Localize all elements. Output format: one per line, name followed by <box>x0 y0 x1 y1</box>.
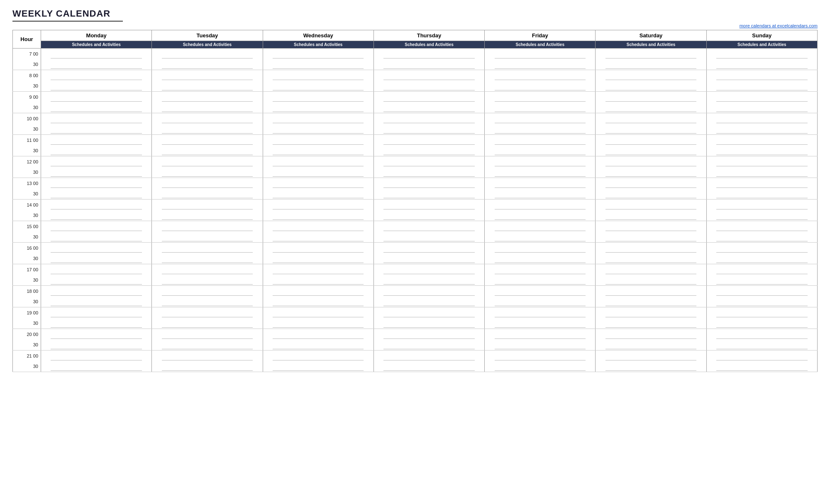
schedule-cell[interactable] <box>485 156 596 167</box>
schedule-cell[interactable] <box>706 210 817 221</box>
schedule-cell[interactable] <box>263 92 374 102</box>
schedule-cell[interactable] <box>706 135 817 146</box>
schedule-cell[interactable] <box>374 318 484 329</box>
schedule-cell[interactable] <box>596 275 706 286</box>
schedule-cell[interactable] <box>41 253 152 264</box>
schedule-cell[interactable] <box>374 135 484 146</box>
schedule-cell[interactable] <box>374 178 484 189</box>
schedule-cell[interactable] <box>485 49 596 59</box>
schedule-cell[interactable] <box>263 113 374 124</box>
schedule-cell[interactable] <box>152 275 263 286</box>
schedule-cell[interactable] <box>41 340 152 351</box>
schedule-cell[interactable] <box>596 81 706 92</box>
schedule-cell[interactable] <box>374 102 484 113</box>
schedule-cell[interactable] <box>152 189 263 200</box>
schedule-cell[interactable] <box>152 329 263 340</box>
schedule-cell[interactable] <box>152 210 263 221</box>
schedule-cell[interactable] <box>263 210 374 221</box>
schedule-cell[interactable] <box>485 113 596 124</box>
schedule-cell[interactable] <box>485 286 596 297</box>
schedule-cell[interactable] <box>596 351 706 361</box>
schedule-cell[interactable] <box>152 167 263 178</box>
schedule-cell[interactable] <box>152 286 263 297</box>
schedule-cell[interactable] <box>706 81 817 92</box>
schedule-cell[interactable] <box>152 297 263 307</box>
schedule-cell[interactable] <box>596 178 706 189</box>
schedule-cell[interactable] <box>152 135 263 146</box>
schedule-cell[interactable] <box>485 135 596 146</box>
schedule-cell[interactable] <box>596 253 706 264</box>
schedule-cell[interactable] <box>374 297 484 307</box>
schedule-cell[interactable] <box>706 70 817 81</box>
schedule-cell[interactable] <box>41 113 152 124</box>
schedule-cell[interactable] <box>706 102 817 113</box>
schedule-cell[interactable] <box>41 361 152 372</box>
schedule-cell[interactable] <box>374 221 484 232</box>
schedule-cell[interactable] <box>263 351 374 361</box>
schedule-cell[interactable] <box>706 49 817 59</box>
schedule-cell[interactable] <box>41 81 152 92</box>
schedule-cell[interactable] <box>152 351 263 361</box>
schedule-cell[interactable] <box>485 264 596 275</box>
schedule-cell[interactable] <box>374 189 484 200</box>
schedule-cell[interactable] <box>152 113 263 124</box>
schedule-cell[interactable] <box>706 307 817 318</box>
credit-line[interactable]: more calendars at excelcalendars.com <box>12 23 818 28</box>
schedule-cell[interactable] <box>596 167 706 178</box>
schedule-cell[interactable] <box>596 135 706 146</box>
schedule-cell[interactable] <box>374 81 484 92</box>
schedule-cell[interactable] <box>152 70 263 81</box>
schedule-cell[interactable] <box>152 232 263 243</box>
schedule-cell[interactable] <box>41 178 152 189</box>
schedule-cell[interactable] <box>41 102 152 113</box>
schedule-cell[interactable] <box>263 264 374 275</box>
schedule-cell[interactable] <box>263 156 374 167</box>
schedule-cell[interactable] <box>374 361 484 372</box>
schedule-cell[interactable] <box>374 156 484 167</box>
schedule-cell[interactable] <box>706 221 817 232</box>
schedule-cell[interactable] <box>706 297 817 307</box>
schedule-cell[interactable] <box>374 286 484 297</box>
schedule-cell[interactable] <box>152 307 263 318</box>
schedule-cell[interactable] <box>485 178 596 189</box>
schedule-cell[interactable] <box>485 253 596 264</box>
schedule-cell[interactable] <box>263 361 374 372</box>
schedule-cell[interactable] <box>263 81 374 92</box>
schedule-cell[interactable] <box>706 189 817 200</box>
schedule-cell[interactable] <box>706 318 817 329</box>
schedule-cell[interactable] <box>596 286 706 297</box>
schedule-cell[interactable] <box>596 210 706 221</box>
schedule-cell[interactable] <box>263 124 374 135</box>
schedule-cell[interactable] <box>152 81 263 92</box>
schedule-cell[interactable] <box>263 329 374 340</box>
schedule-cell[interactable] <box>485 189 596 200</box>
schedule-cell[interactable] <box>41 329 152 340</box>
schedule-cell[interactable] <box>706 178 817 189</box>
schedule-cell[interactable] <box>152 340 263 351</box>
schedule-cell[interactable] <box>485 221 596 232</box>
schedule-cell[interactable] <box>485 92 596 102</box>
schedule-cell[interactable] <box>596 297 706 307</box>
schedule-cell[interactable] <box>263 275 374 286</box>
schedule-cell[interactable] <box>485 351 596 361</box>
schedule-cell[interactable] <box>485 210 596 221</box>
schedule-cell[interactable] <box>263 297 374 307</box>
schedule-cell[interactable] <box>706 286 817 297</box>
schedule-cell[interactable] <box>152 178 263 189</box>
schedule-cell[interactable] <box>263 189 374 200</box>
schedule-cell[interactable] <box>374 59 484 70</box>
schedule-cell[interactable] <box>374 70 484 81</box>
schedule-cell[interactable] <box>41 307 152 318</box>
schedule-cell[interactable] <box>41 156 152 167</box>
schedule-cell[interactable] <box>263 243 374 253</box>
schedule-cell[interactable] <box>263 146 374 156</box>
schedule-cell[interactable] <box>41 221 152 232</box>
schedule-cell[interactable] <box>263 200 374 210</box>
schedule-cell[interactable] <box>706 361 817 372</box>
schedule-cell[interactable] <box>374 200 484 210</box>
schedule-cell[interactable] <box>706 351 817 361</box>
schedule-cell[interactable] <box>706 243 817 253</box>
schedule-cell[interactable] <box>263 286 374 297</box>
schedule-cell[interactable] <box>596 318 706 329</box>
schedule-cell[interactable] <box>596 156 706 167</box>
